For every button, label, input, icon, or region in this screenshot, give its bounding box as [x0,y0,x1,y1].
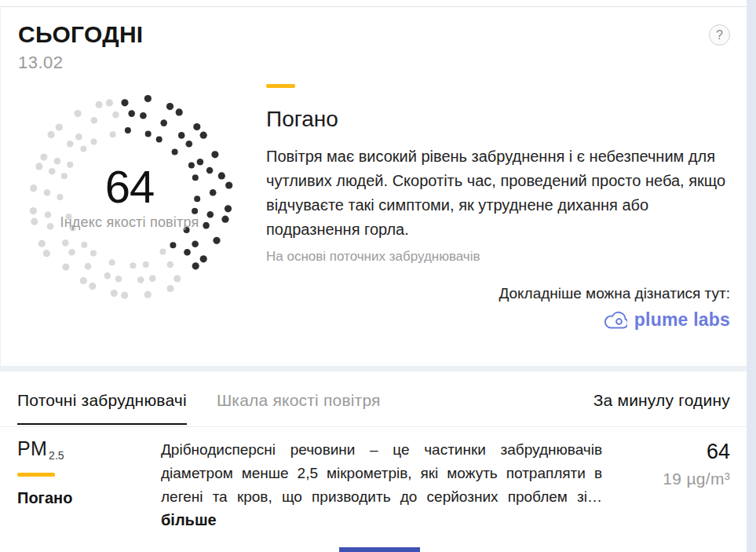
more-link[interactable]: більше [161,511,217,529]
tab-air-quality-scale[interactable]: Шкала якості повітря [217,391,381,423]
pollutant-status: Погано [17,489,161,507]
aqi-index-label: Індекс якості повітря [60,214,199,231]
pollutants-card: Поточні забруднювачі Шкала якості повітр… [0,371,747,552]
help-icon[interactable]: ? [709,24,730,46]
partial-bottom-element [339,547,420,552]
pollutant-accent-dash [17,473,55,477]
page-edge-strip [747,0,756,552]
pollutant-row: PM2.5 Погано Дрібнодисперсні речовини – … [0,426,747,529]
status-description: Повітря має високий рівень забруднення і… [266,144,730,242]
page-title: СЬОГОДНІ [18,21,144,48]
more-info-label: Докладніше можна дізнатися тут: [266,285,730,302]
plume-labs-link[interactable]: plume labs [266,309,730,331]
tab-current-pollutants[interactable]: Поточні забруднювачі [17,391,187,425]
card-header: СЬОГОДНІ 13.02 [18,21,144,73]
pollutant-index-value: 64 [602,440,730,464]
aqi-gauge: 64 Індекс якості повітря [18,79,266,315]
cloud-icon [603,311,627,330]
pollutant-name: PM2.5 [17,437,161,462]
card-gap [0,366,747,371]
status-title: Погано [266,107,730,132]
status-basis: На основі поточних забруднювачів [266,249,730,265]
pollutant-description: Дрібнодисперсні речовини – це частинки з… [161,437,602,529]
air-quality-card: СЬОГОДНІ 13.02 ? 64 Індекс якості повітр… [0,6,747,366]
pollutant-description-line: легені та кров, що призводить до серйозн… [161,485,602,509]
status-accent-dash [266,84,295,88]
date-label: 13.02 [18,53,144,73]
status-column: Погано Повітря має високий рівень забруд… [266,75,730,331]
period-label: За минулу годину [593,391,730,410]
pollutant-description-line: Дрібнодисперсні речовини – це частинки з… [161,438,602,462]
tabs-bar: Поточні забруднювачі Шкала якості повітр… [0,371,747,425]
pollutant-concentration: 19 µg/m³ [602,470,730,488]
aqi-value: 64 [105,164,155,210]
pollutant-description-line: діаметром менше 2,5 мікрометрів, які мож… [161,462,602,485]
plume-labs-label: plume labs [634,309,730,331]
pollutant-subscript: 2.5 [49,449,64,462]
